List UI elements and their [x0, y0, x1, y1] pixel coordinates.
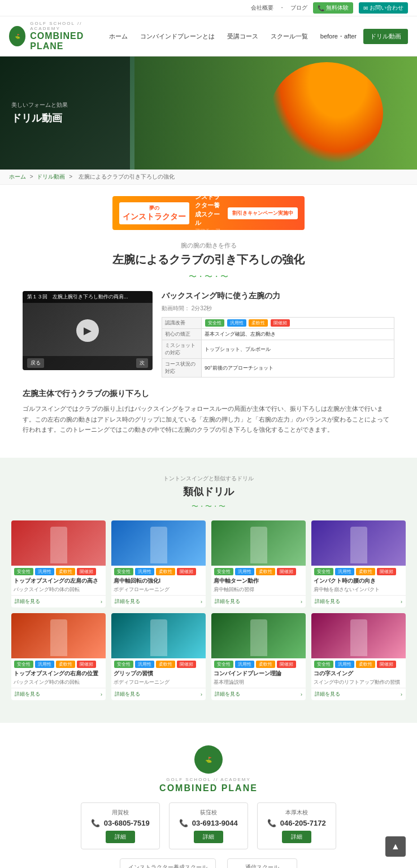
article-body: ゴルフスイングではクラブの振り上げはバックスイングをフォロースルーの局面が主体で…	[23, 403, 394, 435]
breadcrumb: ホーム > ドリル動画 > 左腕によるクラブの引き下ろしの強化	[0, 170, 417, 185]
info-label-2: 初心の矯正	[162, 329, 202, 340]
hero-background	[134, 57, 417, 170]
tag: 安全性	[214, 568, 233, 575]
info-row-4: コース状況の対応 90°前後のアプローチショット	[162, 359, 394, 377]
info-value-2: 基本スイング確認、左腕の動き	[202, 329, 394, 340]
nav-schools[interactable]: スクール一覧	[265, 29, 314, 44]
tag: 柔軟性	[156, 568, 175, 575]
tag: 安全性	[114, 568, 133, 575]
info-tags-1: 安全性 汎用性 柔軟性 開催頻	[202, 318, 394, 329]
footer: ⛳ GOLF SCHOOL // ACADEMY COMBINED PLANE …	[0, 723, 417, 868]
drill-card-2: 安全性 汎用性 柔軟性 開催頻 肩中軸回転の強化Ⅰ ボディフロールーニング 詳細…	[111, 520, 206, 607]
blog-link[interactable]: ブログ	[290, 4, 307, 12]
school-name-2: 荻窪校	[177, 809, 240, 817]
school-name-3: 本厚木校	[266, 809, 328, 817]
video-back-btn[interactable]: 戻る	[27, 358, 44, 368]
logo-area: ⛳ GOLF SCHOOL // ACADEMY COMBINED PLANE	[9, 21, 103, 51]
tag: 開催頻	[77, 568, 96, 575]
tag: 安全性	[314, 661, 333, 668]
duration-label: 動画時間：	[162, 305, 190, 311]
drill-link-1[interactable]: 詳細を見る ›	[11, 595, 106, 607]
mail-icon: ✉	[363, 5, 368, 11]
tag: 汎用性	[235, 568, 254, 575]
nav-links: ホーム コンバインドプレーンとは 受講コース スクール一覧 before・aft…	[103, 29, 408, 44]
info-panel: バックスイング時に使う左腕の力 動画時間： 2分32秒 認識改善 安全性 汎用性…	[162, 291, 394, 377]
drill-card-8: 安全性 汎用性 柔軟性 開催頻 コの字スイング スイング中のリフトアップ動作の習…	[311, 613, 406, 700]
free-trial-button[interactable]: 📞 無料体験	[313, 2, 353, 14]
video-controls: 戻る 次	[23, 356, 153, 370]
phone-icon-2: 📞	[179, 819, 188, 827]
school-phone-2: 📞 03-6913-9044	[177, 819, 240, 827]
contact-button[interactable]: ✉ お問い合わせ	[359, 2, 408, 14]
company-link[interactable]: 会社概要	[251, 4, 273, 12]
drill-link-8[interactable]: 詳細を見る ›	[311, 688, 406, 700]
course-instructor: インストラクター養成スクール 📞 03-6913-5455	[120, 858, 216, 868]
nav-before-after[interactable]: before・after	[315, 29, 362, 44]
phone-num-1: 03-6805-7519	[104, 819, 150, 827]
school-btn-1[interactable]: 詳細	[106, 831, 135, 843]
drill-card-4: 安全性 汎用性 柔軟性 開催頻 インパクト時の腰の向き 肩中軸を崩さないインパク…	[311, 520, 406, 607]
drill-thumb-2	[111, 520, 206, 566]
tag: 安全性	[314, 568, 333, 575]
school-btn-2[interactable]: 詳細	[194, 831, 223, 843]
breadcrumb-drill[interactable]: ドリル動画	[37, 173, 65, 180]
tag: 汎用性	[335, 661, 354, 668]
tag: 汎用性	[135, 568, 154, 575]
tag: 開催頻	[277, 661, 296, 668]
drill-name-5: トップオブスイングの右肩の位置	[11, 668, 106, 679]
drill-link-4[interactable]: 詳細を見る ›	[311, 595, 406, 607]
page-top-button[interactable]: ▲	[385, 836, 406, 857]
video-next-btn[interactable]: 次	[136, 358, 148, 368]
drill-thumb-6	[111, 613, 206, 658]
tag: 開催頻	[177, 568, 196, 575]
similar-divider: 〜・〜・〜	[11, 502, 406, 511]
course-online: 通信スクール 📞 03-6913-5455	[227, 858, 297, 868]
tag: 汎用性	[35, 568, 54, 575]
campaign-banner[interactable]: 夢の インストラクター ゴルフインストラクター養成スクール アマチュア対象 割引…	[112, 196, 305, 230]
drill-sub-2: ボディフロールーニング	[111, 586, 206, 595]
tag: 開催頻	[377, 661, 396, 668]
drill-sub-4: 肩中軸を崩さないインパクト	[311, 586, 406, 595]
logo-academy: GOLF SCHOOL // ACADEMY	[30, 21, 103, 31]
drill-link-5[interactable]: 詳細を見る ›	[11, 688, 106, 700]
drill-tags-7: 安全性 汎用性 柔軟性 開催頻	[211, 658, 306, 668]
tag: 柔軟性	[56, 568, 75, 575]
drill-name-3: 肩中軸ターン動作	[211, 575, 306, 586]
tag: 安全性	[114, 661, 133, 668]
golfer-image	[270, 62, 383, 164]
drill-tags-1: 安全性 汎用性 柔軟性 開催頻	[11, 566, 106, 575]
nav-drill[interactable]: ドリル動画	[363, 29, 408, 44]
video-thumbnail[interactable]: ▶ 第１３回 左腕上腕引き下ろし動作の両肩... 戻る 次	[23, 291, 153, 370]
info-row-1: 認識改善 安全性 汎用性 柔軟性 開催頻	[162, 318, 394, 329]
drill-thumb-5	[11, 613, 106, 658]
breadcrumb-home[interactable]: ホーム	[9, 173, 26, 180]
video-title: 第１３回 左腕上腕引き下ろし動作の両肩...	[27, 294, 128, 300]
nav-courses[interactable]: 受講コース	[221, 29, 264, 44]
top-bar: 会社概要 ・ ブログ 📞 無料体験 ✉ お問い合わせ	[0, 0, 417, 16]
tag: 柔軟性	[356, 568, 375, 575]
phone-icon-3: 📞	[267, 819, 276, 827]
tag: 汎用性	[35, 661, 54, 668]
drill-card-3: 安全性 汎用性 柔軟性 開催頻 肩中軸ターン動作 肩中軸回転の習得 詳細を見る …	[211, 520, 306, 607]
nav-about[interactable]: コンバインドプレーンとは	[134, 29, 220, 44]
drill-link-3[interactable]: 詳細を見る ›	[211, 595, 306, 607]
drill-thumb-4	[311, 520, 406, 566]
drill-link-2[interactable]: 詳細を見る ›	[111, 595, 206, 607]
school-btn-3[interactable]: 詳細	[282, 831, 311, 843]
tag: 柔軟性	[256, 661, 275, 668]
hero-overlay: 美しいフォームと効果 ドリル動画	[0, 57, 130, 170]
drill-link-6[interactable]: 詳細を見る ›	[111, 688, 206, 700]
tag-safety: 安全性	[205, 319, 224, 327]
video-play-button[interactable]: ▶	[76, 319, 99, 342]
tag-freq: 開催頻	[271, 319, 290, 327]
nav-home[interactable]: ホーム	[103, 29, 133, 44]
drill-grid-row1: 安全性 汎用性 柔軟性 開催頻 トップオブスイングの左肩の高さ バックスイング時…	[11, 520, 406, 607]
info-label-4: コース状況の対応	[162, 359, 202, 377]
drill-sub-7: 基本理論説明	[211, 679, 306, 688]
drill-link-7[interactable]: 詳細を見る ›	[211, 688, 306, 700]
drill-card-1: 安全性 汎用性 柔軟性 開催頻 トップオブスイングの左肩の高さ バックスイング時…	[11, 520, 106, 607]
tag: 柔軟性	[56, 661, 75, 668]
tag: 柔軟性	[156, 661, 175, 668]
hero-title: ドリル動画	[11, 111, 119, 125]
drill-tags-8: 安全性 汎用性 柔軟性 開催頻	[311, 658, 406, 668]
